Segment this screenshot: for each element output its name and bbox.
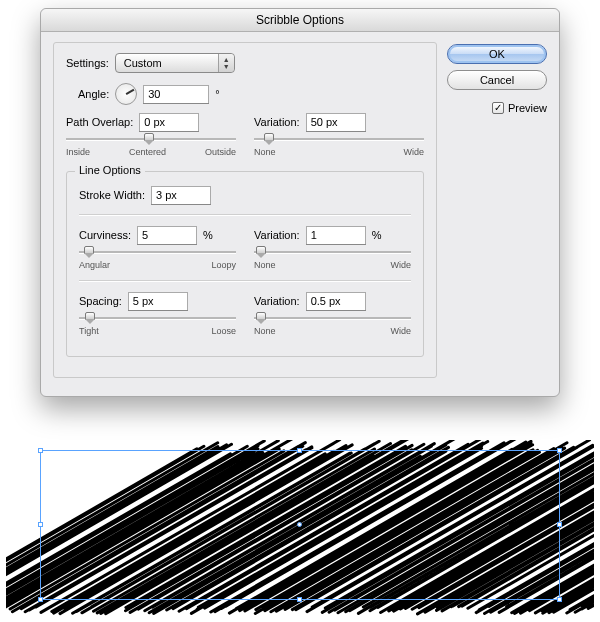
curviness-unit: %	[203, 229, 213, 241]
curviness-input[interactable]: 5	[137, 226, 197, 244]
angle-unit: °	[215, 88, 219, 100]
handle-mid-left[interactable]	[38, 522, 43, 527]
spacing-slider[interactable]	[79, 314, 236, 322]
slider-labels: None Wide	[254, 147, 424, 157]
button-column: OK Cancel ✓ Preview	[447, 42, 547, 378]
handle-top-right[interactable]	[557, 448, 562, 453]
handle-top-left[interactable]	[38, 448, 43, 453]
spacing-variation-slider[interactable]	[254, 314, 411, 322]
divider	[79, 280, 411, 282]
variation-overlap-slider[interactable]	[254, 135, 424, 143]
updown-icon: ▲▼	[218, 54, 234, 72]
handle-top-mid[interactable]	[297, 448, 302, 453]
divider	[79, 214, 411, 216]
center-point[interactable]	[297, 522, 302, 527]
slider-labels: Tight Loose	[79, 326, 236, 336]
slider-labels: Angular Loopy	[79, 260, 236, 270]
curviness-slider[interactable]	[79, 248, 236, 256]
angle-input[interactable]: 30	[143, 85, 209, 103]
stroke-width-input[interactable]: 3 px	[151, 186, 211, 204]
variation-label: Variation:	[254, 295, 300, 307]
selection-bounding-box[interactable]	[40, 450, 560, 600]
curviness-variation-input[interactable]: 1	[306, 226, 366, 244]
scribble-options-dialog: Scribble Options Settings: Custom ▲▼ Ang…	[40, 8, 560, 397]
dialog-title: Scribble Options	[41, 9, 559, 32]
variation-overlap-input[interactable]: 50 px	[306, 113, 366, 131]
settings-select[interactable]: Custom ▲▼	[115, 53, 235, 73]
handle-bottom-right[interactable]	[557, 597, 562, 602]
variation-label: Variation:	[254, 229, 300, 241]
handle-mid-right[interactable]	[557, 522, 562, 527]
curviness-label: Curviness:	[79, 229, 131, 241]
spacing-label: Spacing:	[79, 295, 122, 307]
curviness-variation-slider[interactable]	[254, 248, 411, 256]
spacing-input[interactable]: 5 px	[128, 292, 188, 310]
variation-unit: %	[372, 229, 382, 241]
handle-bottom-mid[interactable]	[297, 597, 302, 602]
line-options-legend: Line Options	[75, 164, 145, 176]
preview-label: Preview	[508, 102, 547, 114]
slider-labels: None Wide	[254, 260, 411, 270]
line-options-group: Line Options Stroke Width: 3 px Curvines…	[66, 171, 424, 357]
spacing-variation-input[interactable]: 0.5 px	[306, 292, 366, 310]
cancel-button[interactable]: Cancel	[447, 70, 547, 90]
path-overlap-label: Path Overlap:	[66, 116, 133, 128]
angle-label: Angle:	[78, 88, 109, 100]
path-overlap-input[interactable]: 0 px	[139, 113, 199, 131]
settings-value: Custom	[124, 57, 162, 69]
ok-button[interactable]: OK	[447, 44, 547, 64]
slider-labels: Inside Centered Outside	[66, 147, 236, 157]
handle-bottom-left[interactable]	[38, 597, 43, 602]
settings-panel: Settings: Custom ▲▼ Angle: 30 ° Path Ove…	[53, 42, 437, 378]
angle-dial[interactable]	[115, 83, 137, 105]
variation-label: Variation:	[254, 116, 300, 128]
stroke-width-label: Stroke Width:	[79, 189, 145, 201]
preview-checkbox[interactable]: ✓	[492, 102, 504, 114]
settings-label: Settings:	[66, 57, 109, 69]
path-overlap-slider[interactable]	[66, 135, 236, 143]
slider-labels: None Wide	[254, 326, 411, 336]
scribble-preview-artwork	[6, 440, 594, 616]
